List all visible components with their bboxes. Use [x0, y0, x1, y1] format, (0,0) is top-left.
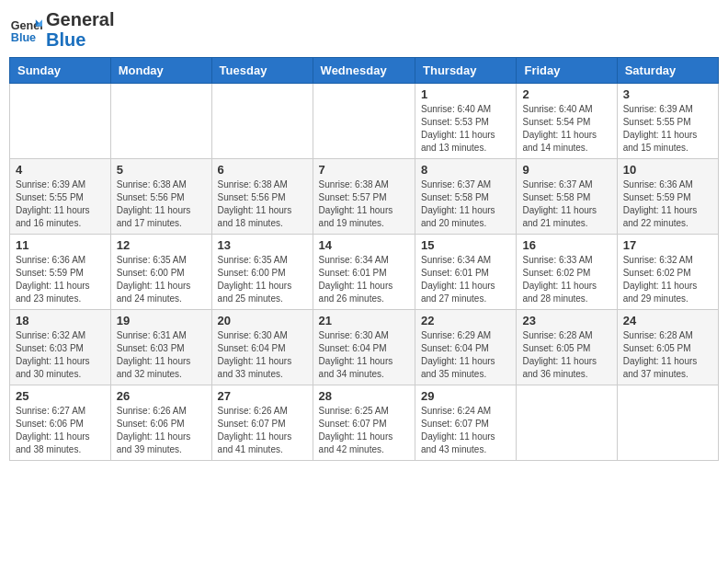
calendar-cell: 9Sunrise: 6:37 AM Sunset: 5:58 PM Daylig… — [517, 159, 617, 235]
calendar-cell: 27Sunrise: 6:26 AM Sunset: 6:07 PM Dayli… — [211, 385, 313, 461]
day-info: Sunrise: 6:38 AM Sunset: 5:57 PM Dayligh… — [319, 178, 409, 230]
day-number: 18 — [16, 314, 105, 327]
calendar-cell: 7Sunrise: 6:38 AM Sunset: 5:57 PM Daylig… — [313, 159, 415, 235]
day-info: Sunrise: 6:35 AM Sunset: 6:00 PM Dayligh… — [218, 254, 307, 305]
calendar-cell — [211, 84, 313, 159]
day-info: Sunrise: 6:39 AM Sunset: 5:55 PM Dayligh… — [16, 178, 105, 230]
day-info: Sunrise: 6:27 AM Sunset: 6:06 PM Dayligh… — [16, 405, 105, 456]
logo-blue: Blue — [46, 29, 114, 50]
day-info: Sunrise: 6:36 AM Sunset: 5:59 PM Dayligh… — [623, 178, 712, 230]
day-info: Sunrise: 6:24 AM Sunset: 6:07 PM Dayligh… — [421, 405, 510, 456]
day-number: 17 — [623, 238, 712, 252]
day-number: 5 — [117, 163, 206, 177]
day-info: Sunrise: 6:25 AM Sunset: 6:07 PM Dayligh… — [319, 405, 409, 456]
day-info: Sunrise: 6:37 AM Sunset: 5:58 PM Dayligh… — [522, 178, 610, 230]
calendar-cell: 23Sunrise: 6:28 AM Sunset: 6:05 PM Dayli… — [517, 310, 617, 385]
calendar-week-3: 11Sunrise: 6:36 AM Sunset: 5:59 PM Dayli… — [10, 235, 719, 310]
calendar-cell: 10Sunrise: 6:36 AM Sunset: 5:59 PM Dayli… — [617, 159, 718, 235]
day-number: 25 — [16, 389, 105, 403]
day-info: Sunrise: 6:32 AM Sunset: 6:03 PM Dayligh… — [16, 329, 105, 381]
calendar-cell: 18Sunrise: 6:32 AM Sunset: 6:03 PM Dayli… — [10, 310, 111, 385]
day-info: Sunrise: 6:31 AM Sunset: 6:03 PM Dayligh… — [117, 329, 206, 381]
col-header-friday: Friday — [517, 58, 617, 84]
day-number: 23 — [522, 314, 610, 327]
col-header-tuesday: Tuesday — [211, 58, 313, 84]
calendar-cell: 3Sunrise: 6:39 AM Sunset: 5:55 PM Daylig… — [617, 84, 718, 159]
svg-text:Blue: Blue — [11, 31, 36, 44]
logo: General Blue General Blue — [9, 9, 114, 50]
day-number: 21 — [319, 314, 409, 327]
calendar-table: SundayMondayTuesdayWednesdayThursdayFrid… — [9, 57, 719, 461]
calendar-cell: 22Sunrise: 6:29 AM Sunset: 6:04 PM Dayli… — [415, 310, 517, 385]
calendar-cell — [617, 385, 718, 461]
day-number: 2 — [522, 87, 610, 101]
day-number: 26 — [117, 389, 206, 403]
calendar-cell: 2Sunrise: 6:40 AM Sunset: 5:54 PM Daylig… — [517, 84, 617, 159]
calendar-cell: 26Sunrise: 6:26 AM Sunset: 6:06 PM Dayli… — [110, 385, 211, 461]
day-number: 15 — [421, 238, 510, 252]
day-info: Sunrise: 6:32 AM Sunset: 6:02 PM Dayligh… — [623, 254, 712, 305]
day-number: 27 — [218, 389, 307, 403]
day-number: 11 — [16, 238, 105, 252]
calendar-cell: 8Sunrise: 6:37 AM Sunset: 5:58 PM Daylig… — [415, 159, 517, 235]
day-number: 12 — [117, 238, 206, 252]
day-info: Sunrise: 6:38 AM Sunset: 5:56 PM Dayligh… — [117, 178, 206, 230]
calendar-cell: 20Sunrise: 6:30 AM Sunset: 6:04 PM Dayli… — [211, 310, 313, 385]
calendar-cell: 5Sunrise: 6:38 AM Sunset: 5:56 PM Daylig… — [110, 159, 211, 235]
day-number: 3 — [623, 87, 712, 101]
calendar-week-1: 1Sunrise: 6:40 AM Sunset: 5:53 PM Daylig… — [10, 84, 719, 159]
calendar-cell: 25Sunrise: 6:27 AM Sunset: 6:06 PM Dayli… — [10, 385, 111, 461]
day-info: Sunrise: 6:36 AM Sunset: 5:59 PM Dayligh… — [16, 254, 105, 305]
day-number: 20 — [218, 314, 307, 327]
day-info: Sunrise: 6:39 AM Sunset: 5:55 PM Dayligh… — [623, 103, 712, 155]
calendar-cell: 11Sunrise: 6:36 AM Sunset: 5:59 PM Dayli… — [10, 235, 111, 310]
calendar-week-5: 25Sunrise: 6:27 AM Sunset: 6:06 PM Dayli… — [10, 385, 719, 461]
calendar-cell: 14Sunrise: 6:34 AM Sunset: 6:01 PM Dayli… — [313, 235, 415, 310]
day-number: 14 — [319, 238, 409, 252]
day-info: Sunrise: 6:34 AM Sunset: 6:01 PM Dayligh… — [319, 254, 409, 305]
day-number: 9 — [522, 163, 610, 177]
day-number: 7 — [319, 163, 409, 177]
day-info: Sunrise: 6:28 AM Sunset: 6:05 PM Dayligh… — [522, 329, 610, 381]
calendar-cell — [313, 84, 415, 159]
calendar-cell: 13Sunrise: 6:35 AM Sunset: 6:00 PM Dayli… — [211, 235, 313, 310]
logo-general: General — [46, 9, 114, 29]
day-number: 16 — [522, 238, 610, 252]
calendar-cell: 19Sunrise: 6:31 AM Sunset: 6:03 PM Dayli… — [110, 310, 211, 385]
day-number: 1 — [421, 87, 510, 101]
day-number: 22 — [421, 314, 510, 327]
calendar-cell: 29Sunrise: 6:24 AM Sunset: 6:07 PM Dayli… — [415, 385, 517, 461]
col-header-wednesday: Wednesday — [313, 58, 415, 84]
calendar-cell: 17Sunrise: 6:32 AM Sunset: 6:02 PM Dayli… — [617, 235, 718, 310]
calendar-cell: 1Sunrise: 6:40 AM Sunset: 5:53 PM Daylig… — [415, 84, 517, 159]
day-number: 10 — [623, 163, 712, 177]
day-info: Sunrise: 6:40 AM Sunset: 5:54 PM Dayligh… — [522, 103, 610, 155]
calendar-cell: 4Sunrise: 6:39 AM Sunset: 5:55 PM Daylig… — [10, 159, 111, 235]
day-info: Sunrise: 6:34 AM Sunset: 6:01 PM Dayligh… — [421, 254, 510, 305]
day-number: 13 — [218, 238, 307, 252]
col-header-sunday: Sunday — [10, 58, 111, 84]
day-info: Sunrise: 6:37 AM Sunset: 5:58 PM Dayligh… — [421, 178, 510, 230]
day-info: Sunrise: 6:28 AM Sunset: 6:05 PM Dayligh… — [623, 329, 712, 381]
col-header-thursday: Thursday — [415, 58, 517, 84]
calendar-cell — [10, 84, 111, 159]
calendar-cell: 21Sunrise: 6:30 AM Sunset: 6:04 PM Dayli… — [313, 310, 415, 385]
day-number: 6 — [218, 163, 307, 177]
day-number: 29 — [421, 389, 510, 403]
day-info: Sunrise: 6:30 AM Sunset: 6:04 PM Dayligh… — [319, 329, 409, 381]
calendar-cell — [110, 84, 211, 159]
header: General Blue General Blue — [9, 9, 719, 50]
day-info: Sunrise: 6:30 AM Sunset: 6:04 PM Dayligh… — [218, 329, 307, 381]
day-number: 4 — [16, 163, 105, 177]
day-info: Sunrise: 6:40 AM Sunset: 5:53 PM Dayligh… — [421, 103, 510, 155]
calendar-cell: 12Sunrise: 6:35 AM Sunset: 6:00 PM Dayli… — [110, 235, 211, 310]
calendar-header-row: SundayMondayTuesdayWednesdayThursdayFrid… — [10, 58, 719, 84]
day-info: Sunrise: 6:26 AM Sunset: 6:07 PM Dayligh… — [218, 405, 307, 456]
calendar-cell: 15Sunrise: 6:34 AM Sunset: 6:01 PM Dayli… — [415, 235, 517, 310]
day-info: Sunrise: 6:26 AM Sunset: 6:06 PM Dayligh… — [117, 405, 206, 456]
calendar-cell: 6Sunrise: 6:38 AM Sunset: 5:56 PM Daylig… — [211, 159, 313, 235]
day-number: 24 — [623, 314, 712, 327]
col-header-saturday: Saturday — [617, 58, 718, 84]
calendar-cell: 24Sunrise: 6:28 AM Sunset: 6:05 PM Dayli… — [617, 310, 718, 385]
day-number: 19 — [117, 314, 206, 327]
